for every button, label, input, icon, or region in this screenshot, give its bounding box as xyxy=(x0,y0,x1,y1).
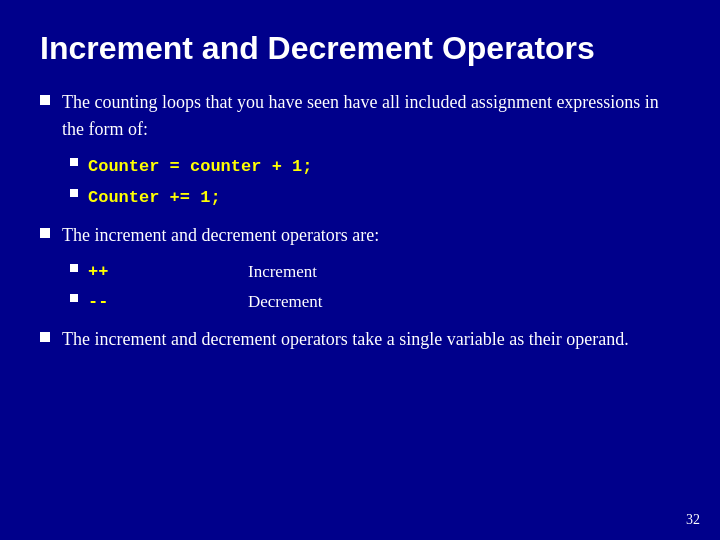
bullet-text-2: The increment and decrement operators ar… xyxy=(62,222,680,249)
bullet-square-3 xyxy=(40,332,50,342)
sub-bullet-square-1a xyxy=(70,158,78,166)
sub-bullet-text-1a: Counter = counter + 1; xyxy=(88,153,312,180)
slide: Increment and Decrement Operators The co… xyxy=(0,0,720,540)
bullet-item-1: The counting loops that you have seen ha… xyxy=(40,89,680,210)
sub-bullet-text-2a: ++ Increment xyxy=(88,259,317,285)
sub-bullet-2b: -- Decrement xyxy=(70,289,680,315)
bullet-square-1 xyxy=(40,95,50,105)
sub-bullets-1: Counter = counter + 1; Counter += 1; xyxy=(70,153,680,210)
op-row-2b: -- Decrement xyxy=(88,289,323,315)
sub-bullet-square-2a xyxy=(70,264,78,272)
sub-bullet-text-2b: -- Decrement xyxy=(88,289,323,315)
sub-bullets-2: ++ Increment -- Decrement xyxy=(70,259,680,314)
sub-bullet-text-1b: Counter += 1; xyxy=(88,184,221,211)
bullet-square-2 xyxy=(40,228,50,238)
bullet-text-3: The increment and decrement operators ta… xyxy=(62,326,680,353)
op-label-2b: Decrement xyxy=(248,289,323,315)
bullet-item-3: The increment and decrement operators ta… xyxy=(40,326,680,353)
sub-bullet-2a: ++ Increment xyxy=(70,259,680,285)
slide-title: Increment and Decrement Operators xyxy=(40,30,680,67)
bullet-text-1: The counting loops that you have seen ha… xyxy=(62,89,680,143)
op-row-2a: ++ Increment xyxy=(88,259,317,285)
op-code-2b: -- xyxy=(88,289,208,315)
sub-bullet-square-2b xyxy=(70,294,78,302)
bullet-item-2: The increment and decrement operators ar… xyxy=(40,222,680,314)
sub-bullet-square-1b xyxy=(70,189,78,197)
page-number: 32 xyxy=(686,512,700,528)
op-label-2a: Increment xyxy=(248,259,317,285)
sub-bullet-1a: Counter = counter + 1; xyxy=(70,153,680,180)
code-1b: Counter += 1; xyxy=(88,188,221,207)
sub-bullet-1b: Counter += 1; xyxy=(70,184,680,211)
main-content: The counting loops that you have seen ha… xyxy=(40,89,680,353)
op-code-2a: ++ xyxy=(88,259,208,285)
code-1a: Counter = counter + 1; xyxy=(88,157,312,176)
